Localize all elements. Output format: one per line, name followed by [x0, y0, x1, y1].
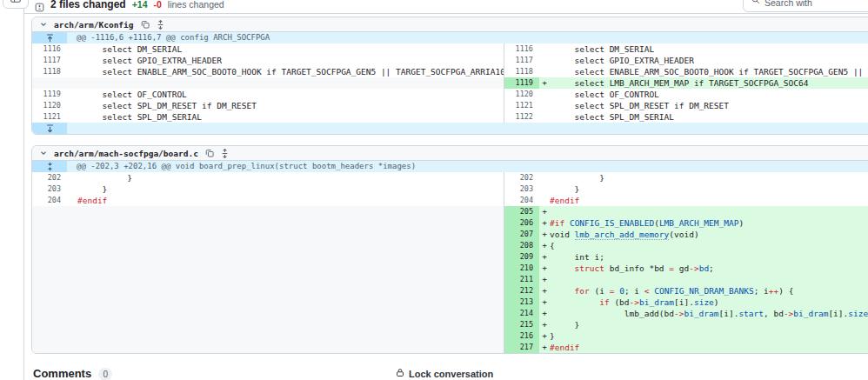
add-marker: +	[539, 217, 550, 229]
line-number[interactable]: 212	[504, 285, 539, 297]
sidebar-icon	[10, 0, 21, 6]
line-number[interactable]: 1116	[504, 43, 539, 55]
file-name: arch/arm/Kconfig	[54, 20, 134, 30]
code-token: }	[550, 184, 579, 194]
marker-spacer	[67, 217, 77, 229]
expand-diff-button[interactable]	[157, 20, 164, 30]
diff-row: 1117 select GPIO_EXTRA_HEADER1117 select…	[32, 55, 868, 66]
line-number	[32, 342, 67, 353]
code-line: select SPL_DM_RESET if DM_RESET	[550, 100, 868, 111]
expand-hunk-button[interactable]	[32, 161, 67, 172]
code-token: ->	[784, 309, 793, 318]
code-line: select SPL_DM_RESET if DM_RESET	[77, 100, 504, 111]
sidebar-toggle-button[interactable]	[3, 0, 29, 9]
chevron-down-icon[interactable]	[40, 150, 47, 157]
line-number[interactable]: 1119	[32, 89, 67, 100]
diff-row: 1120 select SPL_DM_RESET if DM_RESET1121…	[32, 100, 868, 111]
line-number[interactable]: 1119	[504, 77, 539, 89]
comments-heading: Comments	[33, 367, 91, 380]
expand-all-icon	[157, 20, 164, 30]
line-number[interactable]: 1118	[32, 66, 67, 77]
line-number[interactable]: 209	[504, 251, 539, 263]
file-header[interactable]: arch/arm/mach-socfpga/board.c	[32, 146, 868, 161]
code-line	[77, 217, 504, 229]
add-marker: +	[539, 229, 550, 240]
expand-down-button[interactable]	[32, 123, 67, 134]
marker-spacer	[539, 55, 550, 66]
diff-left-cell	[32, 251, 504, 263]
line-number[interactable]: 214	[504, 308, 539, 319]
code-token: select GPIO_EXTRA_HEADER	[77, 56, 222, 65]
code-token: )	[714, 297, 719, 307]
code-line	[77, 342, 504, 353]
line-number[interactable]: 216	[504, 330, 539, 342]
line-number[interactable]: 210	[504, 263, 539, 274]
code-token: #if	[550, 218, 564, 228]
line-number[interactable]: 202	[32, 172, 67, 183]
diff-right-cell: 202 }	[504, 172, 868, 183]
line-number[interactable]: 1122	[504, 111, 539, 123]
line-number[interactable]: 1116	[32, 43, 67, 55]
lines-changed-label: lines changed	[168, 0, 224, 10]
file-header[interactable]: arch/arm/Kconfig	[32, 17, 868, 32]
line-number	[32, 206, 67, 217]
line-number[interactable]: 1121	[504, 100, 539, 111]
code-token: if	[599, 297, 609, 307]
code-line	[77, 330, 504, 342]
line-number[interactable]: 217	[504, 342, 539, 353]
code-token: size	[694, 297, 714, 307]
line-number[interactable]: 206	[504, 217, 539, 229]
code-token: #endif	[77, 196, 107, 205]
line-number[interactable]: 215	[504, 319, 539, 330]
diff-row: 205+	[32, 206, 868, 217]
code-token: LMB_ARCH_MEM_MAP	[659, 218, 739, 228]
line-number[interactable]: 208	[504, 240, 539, 251]
line-number[interactable]: 1117	[504, 55, 539, 66]
line-number[interactable]: 213	[504, 297, 539, 308]
code-token: select SPL_DM_SERIAL	[77, 112, 202, 122]
additions-count: +14	[132, 0, 148, 10]
line-number[interactable]: 203	[504, 183, 539, 195]
add-marker: +	[539, 297, 550, 308]
line-number[interactable]: 1120	[504, 89, 539, 100]
chevron-down-icon[interactable]	[40, 21, 47, 28]
copy-path-button[interactable]	[205, 149, 214, 157]
line-number[interactable]: 211	[504, 274, 539, 285]
line-number[interactable]: 204	[504, 195, 539, 206]
line-number[interactable]: 203	[32, 183, 67, 195]
diff-right-cell: 204#endif	[504, 195, 868, 206]
lock-conversation-button[interactable]: Lock conversation	[396, 368, 493, 379]
diff-left-cell: 1118 select ENABLE_ARM_SOC_BOOT0_HOOK if…	[32, 66, 504, 77]
line-number[interactable]: 207	[504, 229, 539, 240]
code-line: }	[77, 172, 504, 183]
code-line: select DM_SERIAL	[550, 43, 868, 55]
diff-right-cell: 1116 select DM_SERIAL	[504, 43, 868, 55]
line-number[interactable]: 205	[504, 206, 539, 217]
diff-left-cell: 203 }	[32, 183, 504, 195]
add-marker: +	[539, 330, 550, 342]
copy-path-button[interactable]	[141, 20, 150, 29]
sidebar-divider	[23, 0, 24, 380]
code-token: #endif	[550, 343, 579, 352]
marker-spacer	[539, 43, 550, 55]
line-number[interactable]: 1120	[32, 100, 67, 111]
line-number[interactable]: 202	[504, 172, 539, 183]
diff-row: 213+ if (bd->bi_dram[i].size)	[32, 297, 868, 308]
code-line	[77, 297, 504, 308]
search-input[interactable]: Search with	[743, 0, 868, 12]
diff-row: 216+}	[32, 330, 868, 342]
expand-hunk-button[interactable]	[32, 32, 67, 43]
marker-spacer	[539, 111, 550, 123]
diff-right-cell: 203 }	[504, 183, 868, 195]
expand-diff-button[interactable]	[221, 149, 229, 158]
line-number[interactable]: 1117	[32, 55, 67, 66]
diff-right-cell: 213+ if (bd->bi_dram[i].size)	[504, 297, 868, 308]
line-number[interactable]: 1121	[32, 111, 67, 123]
file-card: arch/arm/Kconfig@@ -1116,6 +1116,7 @@ co…	[31, 17, 868, 135]
code-token: lmb_arch_add_memory	[575, 230, 670, 240]
code-line: #endif	[550, 195, 868, 206]
marker-spacer	[67, 308, 77, 319]
code-line	[77, 263, 504, 274]
line-number[interactable]: 204	[32, 195, 67, 206]
line-number[interactable]: 1118	[504, 66, 539, 77]
